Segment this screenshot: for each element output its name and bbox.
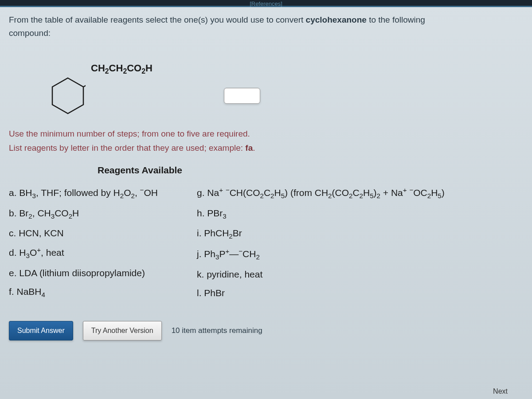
reagents-heading: Reagents Available [98, 165, 523, 176]
instruction-line2: List reagents by letter in the order tha… [9, 141, 523, 155]
reagent-a: a. BH3, THF; followed by H2O2, −OH [9, 185, 186, 200]
structure-row: CH2CH2CO2H [42, 56, 523, 113]
reagents-column-left: a. BH3, THF; followed by H2O2, −OH b. Br… [9, 185, 186, 299]
content-area: From the table of available reagents sel… [0, 7, 532, 340]
next-nav[interactable]: Next [493, 387, 508, 395]
reagents-table: a. BH3, THF; followed by H2O2, −OH b. Br… [9, 185, 523, 299]
references-link[interactable]: [References] [250, 0, 282, 7]
instruction-line1: Use the minimum number of steps; from on… [9, 127, 523, 141]
reagents-column-right: g. Na+ −CH(CO2C2H5) (from CH2(CO2C2H5)2 … [197, 185, 445, 299]
molecule-structure: CH2CH2CO2H [42, 56, 166, 113]
instructions: Use the minimum number of steps; from on… [9, 127, 523, 156]
reagent-l: l. PhBr [197, 286, 445, 299]
cyclohexane-ring-icon [50, 76, 86, 116]
submit-answer-button[interactable]: Submit Answer [9, 321, 73, 340]
svg-line-1 [83, 79, 86, 87]
top-bar: [References] [0, 0, 532, 7]
question-line1-suffix: to the following [367, 15, 425, 24]
reagent-i: i. PhCH2Br [197, 227, 445, 241]
question-line2: compound: [9, 28, 51, 38]
substituent-label: CH2CH2CO2H [91, 63, 153, 75]
question-line1-prefix: From the table of available reagents sel… [9, 15, 306, 24]
attempts-remaining: 10 item attempts remaining [172, 326, 262, 335]
answer-input[interactable] [224, 88, 260, 104]
reagent-d: d. H3O+, heat [9, 245, 186, 260]
reagent-e: e. LDA (lithium diisopropylamide) [9, 266, 186, 279]
question-prompt: From the table of available reagents sel… [9, 13, 523, 40]
reagent-c: c. HCN, KCN [9, 227, 186, 239]
reagent-h: h. PBr3 [197, 207, 445, 221]
reagent-b: b. Br2, CH3CO2H [9, 207, 186, 221]
reagent-f: f. NaBH4 [9, 285, 186, 299]
try-another-version-button[interactable]: Try Another Version [83, 321, 162, 340]
example-text: fa [245, 143, 253, 153]
reagent-k: k. pyridine, heat [197, 268, 445, 281]
button-row: Submit Answer Try Another Version 10 ite… [9, 321, 523, 340]
reagent-j: j. Ph3P+—−CH2 [197, 246, 445, 262]
svg-marker-0 [52, 78, 83, 113]
reagent-g: g. Na+ −CH(CO2C2H5) (from CH2(CO2C2H5)2 … [197, 185, 445, 200]
question-line1-bold: cyclohexanone [306, 15, 367, 24]
